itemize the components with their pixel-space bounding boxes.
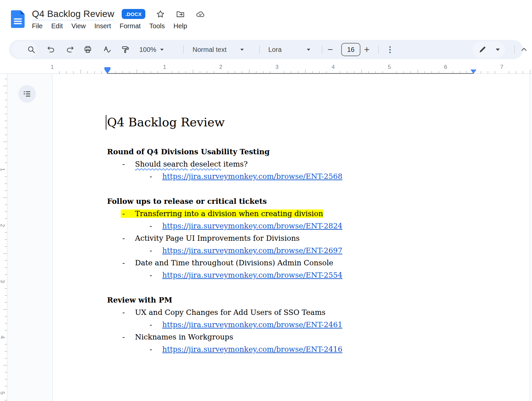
ruler-tick (530, 69, 530, 73)
paragraph-style-select[interactable]: Normal text (193, 46, 244, 54)
ruler-tick (249, 69, 249, 73)
jira-link[interactable]: https://jira.surveymonkey.com/browse/ENT… (162, 345, 342, 353)
bullet-item: -https://jira.surveymonkey.com/browse/EN… (107, 170, 473, 183)
document-title-field[interactable]: Q4 Backlog Review (32, 9, 114, 19)
increase-font-size-button[interactable]: + (364, 44, 369, 55)
bullet-item: -Should search deselect items? (107, 158, 473, 170)
text-cursor (106, 115, 106, 130)
menu-tools[interactable]: Tools (145, 21, 169, 31)
cloud-check-icon (196, 10, 205, 19)
doc-section: Review with PM-UX and Copy Changes for A… (107, 294, 473, 355)
ruler-tick (291, 71, 291, 73)
right-indent-marker[interactable] (470, 69, 476, 74)
ruler-tick (516, 71, 516, 73)
section-heading: Review with PM (107, 294, 473, 306)
ruler-tick (3, 365, 7, 365)
misspelled-text: deselect (190, 160, 221, 168)
decrease-font-size-button[interactable]: − (328, 44, 333, 55)
menu-file[interactable]: File (31, 21, 47, 31)
doc-section: Follow ups to release or critical ticket… (107, 195, 473, 281)
menu-format[interactable]: Format (115, 21, 145, 31)
paint-format-button[interactable] (121, 45, 130, 54)
jira-link[interactable]: https://jira.surveymonkey.com/browse/ENT… (162, 222, 342, 230)
jira-link[interactable]: https://jira.surveymonkey.com/browse/ENT… (162, 321, 342, 329)
left-indent-marker[interactable] (104, 69, 110, 74)
ruler-tick (5, 351, 7, 351)
menu-help[interactable]: Help (169, 21, 192, 31)
zoom-select[interactable]: 100% (139, 46, 164, 54)
jira-link[interactable]: https://jira.surveymonkey.com/browse/ENT… (162, 172, 342, 181)
bullet-dash: - (122, 306, 135, 319)
ruler-tick (466, 71, 467, 73)
document-body: Round of Q4 Divisions Usability Testing-… (107, 146, 473, 355)
undo-button[interactable] (47, 45, 55, 54)
ruler-tick (523, 71, 523, 73)
bullet-dash: - (122, 257, 135, 269)
menu-view[interactable]: View (67, 21, 90, 31)
document-page[interactable]: Q4 Backlog Review Round of Q4 Divisions … (52, 74, 530, 401)
bullet-dash: - (150, 244, 162, 257)
bullet-dash: - (122, 232, 135, 244)
ruler-tick (3, 309, 7, 310)
ruler-tick (73, 71, 73, 73)
editing-mode-button[interactable] (473, 42, 505, 58)
font-size-input[interactable]: 16 (341, 43, 360, 56)
doc-body-title: Q4 Backlog Review (107, 114, 473, 130)
ruler-tick (5, 191, 7, 191)
star-button[interactable] (155, 9, 165, 19)
show-outline-button[interactable] (18, 85, 36, 103)
ruler-number: 3 (0, 280, 6, 283)
ruler-tick (256, 71, 256, 73)
ruler-number: 4 (332, 64, 334, 70)
ruler-tick (439, 71, 439, 73)
toolbar-divider (322, 45, 322, 54)
ruler-tick (3, 198, 7, 198)
ruler-tick (5, 330, 7, 331)
ruler-tick (193, 69, 193, 73)
print-button[interactable] (83, 45, 92, 54)
google-docs-logo-icon[interactable] (11, 10, 25, 28)
ruler-number: 1 (51, 64, 54, 70)
jira-link[interactable]: https://jira.surveymonkey.com/browse/ENT… (162, 271, 342, 279)
ruler-number: 1 (0, 168, 6, 171)
bullet-text: Activity Page UI Improvements for Divisi… (135, 234, 300, 242)
bullet-dash: - (150, 170, 162, 183)
menu-edit[interactable]: Edit (47, 21, 67, 31)
redo-button[interactable] (66, 45, 74, 54)
ruler-tick (94, 71, 95, 73)
style-caret (240, 49, 244, 51)
ruler-tick (207, 71, 207, 73)
hide-menus-button[interactable] (520, 45, 528, 54)
ruler-tick (5, 177, 7, 177)
cloud-status-button[interactable] (195, 9, 205, 19)
ruler-tick (87, 71, 88, 73)
more-toolbar-options-button[interactable]: ⋮ (386, 45, 394, 54)
first-line-indent-marker[interactable] (104, 67, 110, 69)
section-heading: Follow ups to release or critical ticket… (107, 195, 473, 207)
bullet-text: Should search deselect items? (135, 160, 248, 168)
ruler-tick (5, 246, 7, 247)
zoom-value: 100% (139, 46, 156, 54)
ruler-tick (5, 156, 7, 156)
section-heading: Round of Q4 Divisions Usability Testing (107, 146, 473, 158)
ruler-tick (228, 71, 228, 73)
menu-insert[interactable]: Insert (90, 21, 115, 31)
search-icon (27, 45, 36, 54)
jira-link[interactable]: https://jira.surveymonkey.com/browse/ENT… (162, 246, 342, 255)
ruler-tick (326, 71, 327, 73)
ruler-text-extent (107, 73, 473, 74)
search-menus-button[interactable] (27, 45, 36, 54)
ruler-tick (179, 71, 179, 73)
spellcheck-button[interactable] (103, 45, 111, 54)
ruler-tick (403, 71, 404, 73)
ruler-number: 2 (219, 64, 222, 70)
font-select[interactable]: Lora (268, 46, 310, 54)
editing-mode-caret (496, 49, 500, 51)
bullet-item: -Transferring into a division when creat… (107, 207, 473, 220)
move-button[interactable] (175, 9, 185, 19)
ruler-tick (474, 69, 474, 73)
bullet-dash: - (150, 319, 162, 331)
ruler-tick (410, 71, 411, 73)
ruler-tick (5, 260, 7, 261)
ruler-number: 5 (0, 391, 6, 394)
